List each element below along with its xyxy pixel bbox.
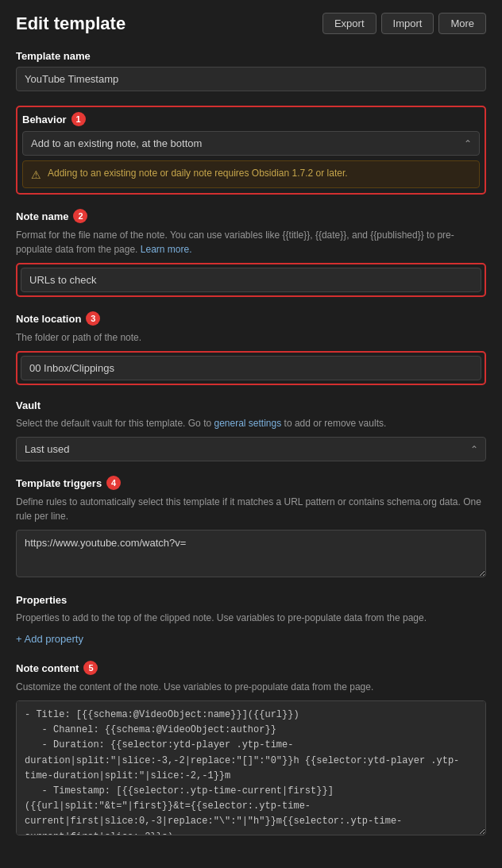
vault-select-wrap: Last used Default ⌃ <box>16 437 486 461</box>
note-name-section: Note name 2 Format for the file name of … <box>16 209 486 297</box>
behavior-section: Behavior 1 Add to an existing note, at t… <box>16 106 486 195</box>
warning-icon: ⚠ <box>31 168 41 181</box>
note-content-input[interactable]: - Title: [{{schema:@VideoObject:name}}](… <box>16 700 486 835</box>
note-name-label: Note name 2 <box>16 209 486 223</box>
vault-section: Vault Select the default vault for this … <box>16 399 486 461</box>
note-location-box <box>16 351 486 385</box>
note-name-box <box>16 263 486 297</box>
import-button[interactable]: Import <box>381 13 434 34</box>
template-name-section: Template name <box>16 50 486 91</box>
note-content-section: Note content 5 Customize the content of … <box>16 661 486 838</box>
template-triggers-badge: 4 <box>106 476 121 490</box>
vault-desc: Select the default vault for this templa… <box>16 416 486 430</box>
vault-label: Vault <box>16 399 486 411</box>
template-triggers-section: Template triggers 4 Define rules to auto… <box>16 476 486 580</box>
template-triggers-desc: Define rules to automatically select thi… <box>16 495 486 523</box>
note-location-badge: 3 <box>86 311 100 326</box>
learn-more-link[interactable]: Learn more. <box>141 244 192 255</box>
behavior-warning: ⚠ Adding to an existing note or daily no… <box>22 160 480 188</box>
template-name-label: Template name <box>16 50 486 62</box>
export-button[interactable]: Export <box>322 13 376 34</box>
behavior-label: Behavior 1 <box>22 112 480 126</box>
note-location-input[interactable] <box>21 356 481 380</box>
note-name-badge: 2 <box>73 209 87 223</box>
page-title: Edit template <box>16 14 126 34</box>
note-location-desc: The folder or path of the note. <box>16 330 486 345</box>
page-header: Edit template Export Import More <box>16 13 486 34</box>
properties-section: Properties Properties to add to the top … <box>16 594 486 646</box>
template-triggers-input[interactable]: https://www.youtube.com/watch?v= <box>16 530 486 577</box>
behavior-select[interactable]: Add to an existing note, at the bottom C… <box>22 131 480 156</box>
note-name-input[interactable] <box>21 268 481 292</box>
general-settings-link[interactable]: general settings <box>214 418 281 429</box>
properties-desc: Properties to add to the top of the clip… <box>16 611 486 625</box>
template-triggers-label: Template triggers 4 <box>16 476 486 490</box>
behavior-badge: 1 <box>71 112 86 126</box>
more-button[interactable]: More <box>438 13 486 34</box>
properties-label: Properties <box>16 594 486 606</box>
note-location-label: Note location 3 <box>16 311 486 326</box>
header-buttons: Export Import More <box>322 13 486 34</box>
template-name-input[interactable] <box>16 67 486 91</box>
note-name-desc: Format for the file name of the note. Yo… <box>16 228 486 257</box>
note-content-badge: 5 <box>83 661 98 675</box>
behavior-select-wrap: Add to an existing note, at the bottom C… <box>22 131 480 156</box>
note-content-label: Note content 5 <box>16 661 486 675</box>
note-content-desc: Customize the content of the note. Use v… <box>16 680 486 694</box>
add-property-button[interactable]: + Add property <box>16 631 83 646</box>
vault-select[interactable]: Last used Default <box>16 437 486 461</box>
note-location-section: Note location 3 The folder or path of th… <box>16 311 486 385</box>
